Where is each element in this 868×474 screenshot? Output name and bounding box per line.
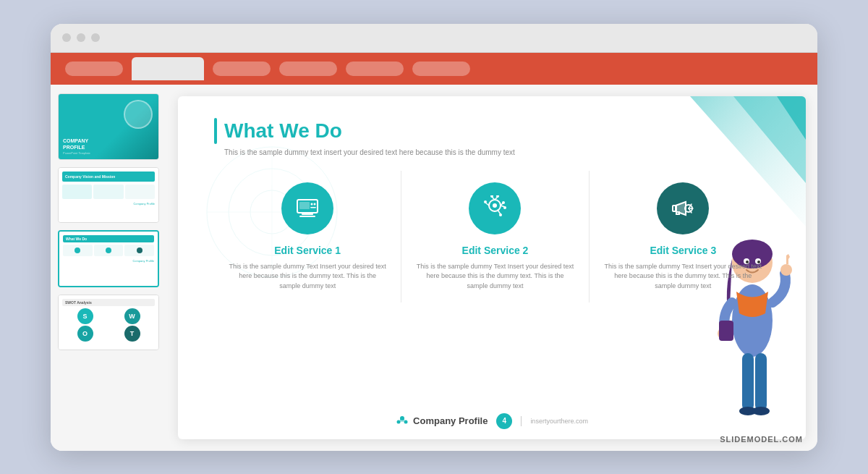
service-card-3: Edit Service 3 This is the sample dummy … [590, 171, 777, 303]
thumb-3-card-1 [63, 245, 93, 256]
browser-dot-green [91, 33, 100, 42]
thumb-3-grid [63, 245, 154, 256]
slide-title-accent [214, 118, 217, 144]
thumbnail-4[interactable]: SWOT Analysis S W O T [58, 295, 159, 350]
toolbar-item-1[interactable] [65, 62, 123, 76]
thumb-4-title: SWOT Analysis [65, 300, 92, 305]
slide-title: What We Do [224, 119, 342, 143]
svg-point-25 [484, 200, 487, 203]
thumb-3-dot-1 [75, 247, 80, 253]
browser-chrome [51, 24, 817, 53]
svg-rect-29 [673, 206, 676, 211]
service-title-3: Edit Service 3 [650, 245, 716, 256]
browser-dot-yellow [77, 33, 85, 42]
service-text-2: This is the sample dummy Text Insert you… [416, 262, 574, 292]
thumb-1-preview: COMPANYPROFILE PowerPoint Template [59, 94, 158, 159]
toolbar-item-5[interactable] [412, 62, 470, 76]
swot-w: W [124, 308, 140, 324]
service-icon-2 [469, 182, 521, 234]
toolbar-item-4[interactable] [346, 62, 404, 76]
svg-point-12 [311, 203, 313, 205]
thumb-4-header: SWOT Analysis [62, 299, 155, 306]
thumb-2-card-3 [125, 185, 155, 199]
svg-point-13 [314, 203, 316, 205]
thumb-3-card-3 [124, 245, 154, 256]
swot-grid: S W O T [62, 308, 155, 342]
toolbar-item-2[interactable] [213, 62, 271, 76]
service-title-1: Edit Service 1 [274, 245, 341, 256]
service-card-2: Edit Service 2 This is the sample dummy … [401, 171, 589, 303]
browser-content: COMPANYPROFILE PowerPoint Template Compa… [51, 85, 817, 451]
thumbnail-2[interactable]: Company Vision and Mission Company Profi… [58, 167, 159, 223]
computer-icon [294, 195, 320, 221]
thumb-2-footer: Company Profile [133, 202, 155, 206]
slide-content: What We Do This is the sample dummy text… [178, 96, 806, 439]
slide-subtitle: This is the sample dummy text insert you… [224, 148, 777, 156]
svg-rect-9 [302, 213, 313, 215]
brain-icon [482, 195, 508, 221]
toolbar-item-3[interactable] [279, 62, 337, 76]
svg-rect-10 [299, 216, 315, 217]
thumb-2-preview: Company Vision and Mission Company Profi… [59, 168, 158, 222]
swot-o: O [77, 326, 93, 342]
services-grid: Edit Service 1 This is the sample dummy … [214, 171, 777, 303]
thumbnail-3[interactable]: What We Do Company Profile [58, 230, 159, 287]
service-text-1: This is the sample dummy Text Insert you… [229, 262, 386, 292]
thumb-3-preview: What We Do Company Profile [59, 232, 158, 286]
swot-s: S [77, 308, 93, 324]
service-icon-3 [657, 182, 709, 234]
svg-point-16 [493, 203, 497, 208]
browser-dot-red [62, 33, 71, 42]
service-title-2: Edit Service 2 [462, 245, 529, 256]
thumb-2-header: Company Vision and Mission [62, 172, 155, 182]
sidebar: COMPANYPROFILE PowerPoint Template Compa… [51, 85, 166, 451]
thumb-1-title: COMPANYPROFILE [63, 137, 154, 151]
thumb-3-dot-2 [106, 247, 111, 253]
service-card-1: Edit Service 1 This is the sample dummy … [214, 171, 401, 303]
svg-rect-14 [310, 207, 316, 208]
thumbnail-1[interactable]: COMPANYPROFILE PowerPoint Template [58, 93, 159, 160]
svg-point-23 [499, 213, 502, 216]
browser-toolbar [51, 53, 817, 85]
thumb-2-title: Company Vision and Mission [65, 174, 115, 179]
thumb-3-footer: Company Profile [132, 259, 154, 263]
svg-point-28 [503, 206, 506, 209]
thumb-4-preview: SWOT Analysis S W O T [59, 295, 158, 350]
thumb-3-dot-3 [137, 247, 142, 253]
svg-point-24 [502, 201, 505, 204]
thumb-3-title: What We Do [66, 237, 87, 241]
thumb-1-subtitle: PowerPoint Template [63, 151, 154, 155]
thumb-3-header: What We Do [63, 235, 154, 242]
svg-rect-11 [299, 202, 310, 209]
swot-t: T [124, 326, 140, 342]
slide-title-bar: What We Do [214, 118, 777, 144]
slide-header: What We Do This is the sample dummy text… [214, 118, 777, 156]
main-area: What We Do This is the sample dummy text… [166, 85, 817, 451]
slide-container: What We Do This is the sample dummy text… [178, 96, 806, 439]
service-text-3: This is the sample dummy Text Insert you… [604, 262, 762, 292]
service-icon-1 [281, 182, 333, 234]
toolbar-tab-active[interactable] [132, 57, 204, 80]
thumb-2-card-2 [93, 185, 123, 199]
thumb-3-card-2 [94, 245, 124, 256]
thumb-2-card-1 [62, 185, 92, 199]
thumb-1-circle [124, 100, 153, 129]
thumb-2-grid [62, 185, 155, 199]
browser-window: COMPANYPROFILE PowerPoint Template Compa… [51, 24, 817, 451]
megaphone-icon [670, 195, 696, 221]
